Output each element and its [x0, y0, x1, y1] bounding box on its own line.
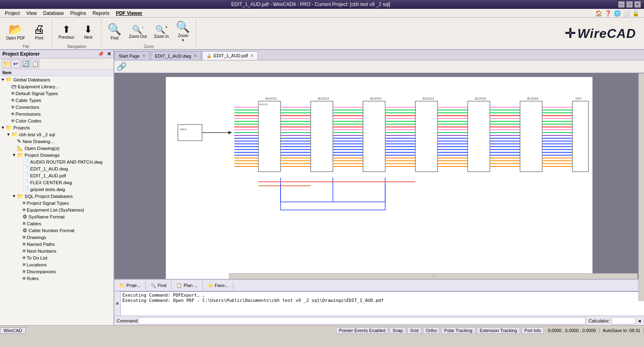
output-close-btn[interactable]: ✕	[114, 291, 121, 316]
tab-plan[interactable]: 📋 Plan ...	[171, 281, 202, 290]
tree-item-named-paths[interactable]: ≡Named Paths	[0, 241, 114, 247]
tree-icon-locations: ≡	[23, 262, 26, 268]
menu-view[interactable]: View	[23, 10, 40, 17]
quick-help-icon[interactable]: 🏠	[595, 10, 602, 17]
tree-item-edit-aud-pdf[interactable]: 📄EDIT_1_AUD.pdf	[0, 172, 114, 179]
tab-find[interactable]: 🔍 Find	[146, 281, 171, 290]
command-bar: Command: Calculator: ◄	[114, 316, 644, 325]
tab-favorites[interactable]: ⭐ Favo...	[203, 281, 234, 290]
horizontal-scrollbar[interactable]: ····	[229, 273, 638, 279]
layout-icon[interactable]: ⬜	[623, 10, 630, 17]
ortho-button[interactable]: Ortho	[423, 327, 440, 334]
menu-plugins[interactable]: Plugins	[67, 10, 89, 17]
menu-reports[interactable]: Reports	[89, 10, 113, 17]
polar-tracking-button[interactable]: Polar Tracking	[441, 327, 475, 334]
help-icon[interactable]: ❓	[605, 10, 611, 17]
tree-item-sysname-format[interactable]: ⚙SysName Format	[0, 213, 114, 220]
port-info-button[interactable]: Port Info	[522, 327, 544, 334]
zoom-button[interactable]: 🔍 Zoom▾	[173, 20, 193, 44]
menu-pdfviewer[interactable]: PDF Viewer	[113, 10, 146, 17]
tree-item-flex-center[interactable]: 📄FLEX CENTER.dwg	[0, 179, 114, 186]
pointer-events-button[interactable]: Pointer Events Enabled	[336, 327, 388, 334]
panel-tool-folder[interactable]: 📁	[2, 59, 10, 68]
tab-pdf-close[interactable]: ✕	[250, 54, 254, 58]
pdf-canvas[interactable]: INPUT BLOCK1	[114, 73, 644, 279]
previous-icon: ⬆	[62, 25, 70, 34]
tree-icon-drawings: ≡	[23, 234, 26, 240]
next-button[interactable]: ⬇ Next	[78, 20, 98, 44]
minimize-button[interactable]: ─	[618, 1, 625, 8]
panel-close-icon[interactable]: ✕	[107, 51, 111, 57]
tree-item-proj-signal[interactable]: ≡Project Signal Types	[0, 199, 114, 206]
menu-project[interactable]: Project	[2, 10, 23, 17]
grid-button[interactable]: Grid	[407, 327, 421, 334]
tree-expand-project-drawings[interactable]: ▼	[11, 153, 17, 157]
extension-tracking-button[interactable]: Extension Tracking	[477, 327, 520, 334]
tree-expand-global-db[interactable]: ▼	[0, 77, 6, 82]
find-button[interactable]: 🔍 Find	[105, 20, 124, 44]
tab-dwg-close[interactable]: ✕	[194, 54, 197, 58]
tree-expand-sql-db[interactable]: ▼	[11, 194, 17, 198]
tree-label-global-db: Global Databases	[13, 77, 50, 82]
tree-item-projects[interactable]: ▼📁Projects	[0, 124, 114, 131]
tree-item-rules[interactable]: ≡Rules	[0, 275, 114, 282]
command-input[interactable]	[138, 317, 586, 324]
calc-arrow-icon[interactable]: ◄	[637, 318, 642, 323]
tab-start-page[interactable]: Start Page ✕	[114, 51, 150, 60]
tree-expand-projects[interactable]: ▼	[0, 125, 6, 130]
tree-icon-equip-lib: 🗃	[11, 83, 17, 89]
tree-item-next-numbers[interactable]: ≡Next Numbers	[0, 247, 114, 254]
tree-item-equip-list[interactable]: ≡Equipment List (SysNames)	[0, 206, 114, 213]
print-button[interactable]: 🖨 Print	[29, 20, 49, 44]
zoom-in-button[interactable]: 🔍+ Zoom In	[151, 20, 172, 44]
tree-item-cable-types[interactable]: ≡Cable Types	[0, 97, 114, 104]
tree-item-open-drawings[interactable]: 📐Open Drawing(s)	[0, 145, 114, 152]
tree-item-equip-lib[interactable]: 🗃Equipment Library...	[0, 83, 114, 90]
tree-item-cables[interactable]: ≡Cables	[0, 220, 114, 227]
lock-icon[interactable]: 🔒	[632, 10, 639, 17]
tree-item-drawings[interactable]: ≡Drawings	[0, 234, 114, 241]
tree-item-to-do-list[interactable]: ≡To Do List	[0, 254, 114, 261]
tree-item-cbh-test[interactable]: ▼📁cbh test v9 _2 sql	[0, 131, 114, 138]
tab-edit-pdf[interactable]: 🔒 EDIT_1_AUD.pdf ✕	[202, 51, 258, 60]
tab-edit-dwg[interactable]: EDIT_1_AUD.dwg ✕	[151, 51, 201, 60]
tree-item-locations[interactable]: ≡Locations	[0, 261, 114, 268]
close-button[interactable]: ✕	[634, 1, 641, 8]
vertical-scrollbar[interactable]	[638, 73, 644, 301]
tree-item-new-drawing[interactable]: ✎New Drawing...	[0, 138, 114, 145]
tab-start-close[interactable]: ✕	[142, 54, 145, 58]
tree-item-sql-db[interactable]: ▼📁SQL Project Databases	[0, 193, 114, 199]
tab-projects[interactable]: 📁 Proje...	[114, 281, 146, 290]
plan-tab-icon: 📋	[176, 283, 182, 288]
restore-button[interactable]: □	[626, 1, 633, 8]
panel-tool-refresh[interactable]: 🔄	[21, 59, 30, 68]
tree-item-permissions[interactable]: ≡Permissions	[0, 110, 114, 117]
panel-pin-icon[interactable]: 📌	[98, 51, 104, 57]
tree-container[interactable]: ▼📁Global Databases 🗃Equipment Library...…	[0, 76, 114, 325]
calculator-input[interactable]	[611, 317, 636, 324]
tree-item-global-db[interactable]: ▼📁Global Databases	[0, 76, 114, 83]
web-icon[interactable]: 🌐	[614, 10, 621, 17]
tree-item-default-signal[interactable]: ≡Default Signal Types	[0, 90, 114, 97]
tree-icon-edit-aud-dwg: 📄	[23, 166, 29, 172]
tree-item-discrepancies[interactable]: ≡Discrepancies	[0, 268, 114, 275]
snap-button[interactable]: Snap	[390, 327, 406, 334]
tree-item-audio-router[interactable]: 📄AUDIO ROUTER AND PATCH.dwg	[0, 158, 114, 165]
open-pdf-button[interactable]: 📂 Open PDF	[3, 20, 28, 44]
tree-item-cable-number-format[interactable]: ⚙Cable Number Format	[0, 227, 114, 234]
panel-tool-clipboard[interactable]: 📋	[31, 59, 39, 68]
tree-icon-next-numbers: ≡	[23, 248, 26, 254]
panel-tool-back[interactable]: ↩	[11, 59, 20, 68]
svg-rect-120	[468, 101, 490, 172]
tree-expand-cbh-test[interactable]: ▼	[6, 132, 11, 137]
tree-item-project-drawings[interactable]: ▼📁Project Drawings	[0, 152, 114, 158]
tree-item-edit-aud-dwg[interactable]: 📄EDIT_1_AUD.dwg	[0, 165, 114, 172]
previous-button[interactable]: ⬆ Previous	[56, 20, 77, 44]
find-tab-label: Find	[158, 283, 166, 288]
link-icon[interactable]: 🔗	[117, 62, 127, 71]
tree-item-color-codes[interactable]: ≡Color Codes	[0, 117, 114, 124]
tree-item-connectors[interactable]: ≡Connectors	[0, 104, 114, 110]
zoom-out-button[interactable]: 🔍- Zoom Out	[126, 20, 149, 44]
menu-database[interactable]: Database	[40, 10, 67, 17]
tree-item-gripset[interactable]: 📄gripset tests.dwg	[0, 186, 114, 193]
